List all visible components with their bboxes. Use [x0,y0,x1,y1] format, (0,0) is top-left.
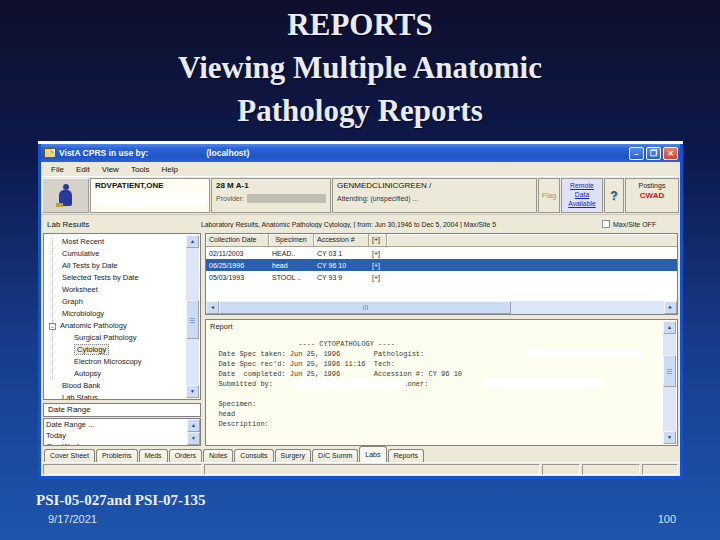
remote-data-button[interactable]: Remote Data Available [561,178,603,213]
column-accession[interactable]: Accession # [314,234,369,247]
tree-item-all-tests-by-date[interactable]: All Tests by Date [46,260,185,272]
tab-labs[interactable]: Labs [359,446,386,462]
minimize-button[interactable]: – [629,147,644,160]
slide-title-line-3: Pathology Reports [0,89,720,132]
tab-consults[interactable]: Consults [234,449,273,462]
column-specimen[interactable]: Specimen [269,234,314,247]
scroll-right-icon[interactable]: ► [664,301,677,314]
grid-horizontal-scrollbar[interactable]: ◄ ► [206,301,677,314]
tree-scrollbar[interactable]: ▲ ▼ [186,235,199,398]
scroll-left-icon[interactable]: ◄ [206,301,219,314]
sidebar: Most Recent Cumulative All Tests by Date… [43,233,201,446]
cell-accession: CY 96 10 [314,262,369,269]
postings-button[interactable]: Postings CWAD [625,178,679,213]
tree-item-anatomic-pathology[interactable]: - Anatomic Pathology [46,320,185,332]
grid-scrollbar-thumb[interactable] [219,301,511,314]
scroll-down-icon[interactable]: ▼ [186,385,199,398]
content-area: Most Recent Cumulative All Tests by Date… [41,233,680,446]
scroll-up-icon[interactable]: ▲ [186,235,199,248]
status-segment [542,464,580,475]
expand-row-icon[interactable]: [+] [369,250,387,257]
tree-item-autopsy[interactable]: Autopsy [46,368,185,380]
tree-expander-icon[interactable]: - [49,323,56,330]
cell-specimen: STOOL .. [269,274,314,281]
window-titlebar[interactable]: VistA CPRS in use by: (localhost) – ❐ ✕ [41,144,680,162]
tree-item-lab-status[interactable]: Lab Status [46,392,185,400]
patient-selector-button[interactable] [42,178,89,213]
tab-reports[interactable]: Reports [388,449,425,462]
tab-surgery[interactable]: Surgery [275,449,312,462]
column-collection-date[interactable]: Collection Date [206,234,269,247]
slide-title-line-1: REPORTS [0,3,720,46]
tree-item-microbiology[interactable]: Microbiology [46,308,185,320]
date-range-scrollbar[interactable]: ▲ ▼ [187,419,200,445]
status-segment [642,464,678,475]
date-range-item-one-week[interactable]: One Week [44,441,186,446]
window-title-host: (localhost) [206,148,249,158]
tree-item-electron-microscopy[interactable]: Electron Microscopy [46,356,185,368]
maximize-button[interactable]: ❐ [646,147,661,160]
tree-item-cumulative[interactable]: Cumulative [46,248,185,260]
scroll-down-icon[interactable]: ▼ [663,431,676,444]
tab-cover-sheet[interactable]: Cover Sheet [44,449,95,462]
clinic-name: GENMEDCLINICGREEN / [337,181,532,190]
flag-button[interactable]: Flag [538,178,560,213]
slide-title-line-2: Viewing Multiple Anatomic [0,46,720,89]
date-range-item-today[interactable]: Today [44,430,186,441]
status-bar [41,462,680,476]
tree-item-graph[interactable]: Graph [46,296,185,308]
menu-view[interactable]: View [96,162,125,177]
scroll-down-icon[interactable]: ▼ [187,432,200,445]
status-segment [582,464,639,475]
menu-edit[interactable]: Edit [70,162,96,177]
grid-row[interactable]: 02/11/2003 HEAD.. CY 03 1 [+] [206,247,677,259]
tab-meds[interactable]: Meds [139,449,168,462]
menu-file[interactable]: File [45,162,70,177]
encounter-panel[interactable]: GENMEDCLINICGREEN / Attending: (unspecif… [332,178,537,213]
report-line: head [210,409,661,419]
report-scrollbar[interactable]: ▲ ▼ [663,321,676,444]
tab-notes[interactable]: Notes [203,449,233,462]
cell-accession: CY 93 9 [314,274,369,281]
patient-icon [59,184,72,208]
subheader-bar: Lab Results Laboratory Results, Anatomic… [41,215,680,233]
tree-scrollbar-thumb[interactable] [186,300,199,339]
grid-row-selected[interactable]: 06/25/1996 head CY 96 10 [+] [206,259,677,271]
provider-label: Provider: [216,195,244,202]
tree-item-blood-bank[interactable]: Blood Bank [46,380,185,392]
help-icon[interactable]: ? [604,178,624,213]
max-site-toggle[interactable]: Max/Site OFF [602,220,680,228]
footer-date: 9/17/2021 [48,513,97,525]
cprs-window: VistA CPRS in use by: (localhost) – ❐ ✕ … [38,144,683,479]
max-site-label: Max/Site OFF [613,221,656,228]
menu-tools[interactable]: Tools [125,162,156,177]
patient-name-panel[interactable]: RDVPATIENT,ONE [90,178,210,213]
expand-row-icon[interactable]: [+] [369,262,387,269]
tree-item-worksheet[interactable]: Worksheet [46,284,185,296]
report-line [210,389,661,399]
tree-item-most-recent[interactable]: Most Recent [46,236,185,248]
status-segment [204,464,541,475]
date-range-item-custom[interactable]: Date Range ... [44,419,186,430]
postings-label: Postings [626,182,678,189]
tab-orders[interactable]: Orders [169,449,202,462]
scroll-up-icon[interactable]: ▲ [187,419,200,432]
scroll-up-icon[interactable]: ▲ [663,321,676,334]
tab-problems[interactable]: Problems [96,449,138,462]
report-scrollbar-thumb[interactable] [663,355,676,387]
tree-item-cytology[interactable]: Cytology [46,344,185,356]
close-button[interactable]: ✕ [663,147,678,160]
patient-name: RDVPATIENT,ONE [95,181,205,190]
practitioner-redaction [484,379,604,388]
report-line: Date Spec rec'd: Jun 25, 1996 11:16 Tech… [210,359,661,369]
tree-item-surgical-pathology[interactable]: Surgical Pathology [46,332,185,344]
grid-row[interactable]: 05/03/1993 STOOL .. CY 93 9 [+] [206,271,677,283]
menu-help[interactable]: Help [156,162,184,177]
tree-item-selected-tests-by-date[interactable]: Selected Tests by Date [46,272,185,284]
cell-collection-date: 05/03/1993 [206,274,269,281]
tab-dc-summ[interactable]: D/C Summ [312,449,358,462]
column-expand[interactable]: [+] [369,234,387,247]
report-description-text: Laboratory Results, Anatomic Pathology C… [201,221,602,228]
expand-row-icon[interactable]: [+] [369,274,387,281]
max-site-checkbox[interactable] [602,220,610,228]
